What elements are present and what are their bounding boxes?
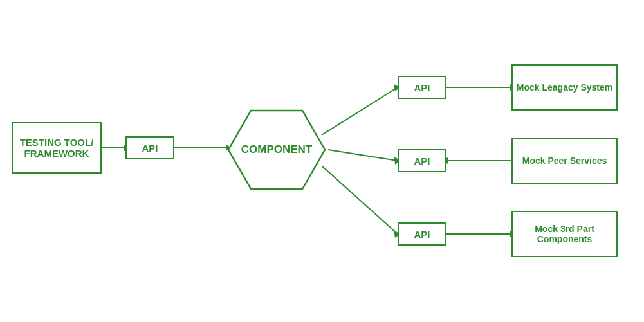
svg-line-4 bbox=[322, 87, 398, 135]
mock-peer-label: Mock Peer Services bbox=[522, 156, 607, 166]
diagram: TESTING TOOL/ FRAMEWORK API COMPONENT AP… bbox=[0, 0, 644, 322]
svg-marker-16 bbox=[228, 111, 325, 189]
testing-tool-box: TESTING TOOL/ FRAMEWORK bbox=[12, 122, 102, 174]
testing-tool-label: TESTING TOOL/ FRAMEWORK bbox=[13, 137, 100, 159]
svg-line-8 bbox=[322, 166, 398, 234]
api-mid-label: API bbox=[414, 156, 430, 166]
mock-legacy-label: Mock Leagacy System bbox=[517, 82, 612, 93]
api-main-label: API bbox=[142, 143, 158, 154]
api-bot-box: API bbox=[398, 222, 446, 246]
api-top-label: API bbox=[414, 82, 430, 93]
component-hexagon bbox=[225, 108, 328, 192]
mock-peer-box: Mock Peer Services bbox=[511, 138, 618, 184]
api-top-box: API bbox=[398, 76, 446, 99]
mock-3rd-label: Mock 3rd Part Components bbox=[513, 224, 616, 244]
api-main-box: API bbox=[125, 136, 174, 159]
api-mid-box: API bbox=[398, 149, 446, 172]
api-bot-label: API bbox=[414, 229, 430, 240]
mock-legacy-box: Mock Leagacy System bbox=[511, 64, 618, 111]
svg-line-6 bbox=[328, 150, 398, 161]
mock-3rd-box: Mock 3rd Part Components bbox=[511, 211, 618, 257]
